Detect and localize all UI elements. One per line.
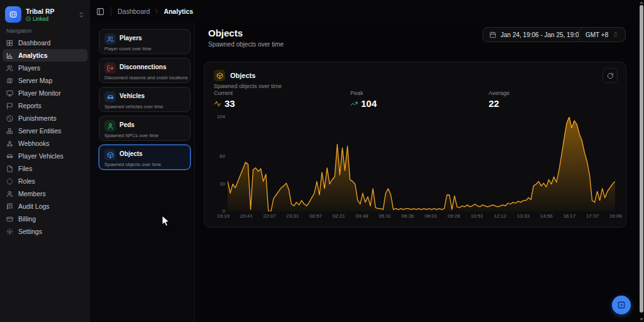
analytics-card-vehicles[interactable]: VehiclesSpawned vehicles over time bbox=[99, 87, 191, 112]
sidebar-item-server-map[interactable]: Server Map bbox=[3, 74, 87, 87]
stat-label: Current bbox=[214, 90, 235, 96]
x-tick-label: 00:57 bbox=[309, 213, 322, 219]
feedback-fab-button[interactable] bbox=[612, 296, 631, 314]
x-tick-label: 17:37 bbox=[586, 213, 599, 219]
x-tick-label: 16:17 bbox=[563, 213, 575, 219]
car-icon bbox=[6, 153, 13, 160]
nav-section-label: Navigation bbox=[6, 28, 31, 34]
chart-card-subtitle: Spawned objects over time bbox=[214, 83, 282, 89]
workspace-name: Tribal RP bbox=[26, 8, 78, 15]
card-description: Spawned vehicles over time bbox=[104, 104, 163, 109]
app-window: Tribal RP Linked Navigation DashboardAna… bbox=[0, 0, 644, 322]
sidebar-item-files[interactable]: Files bbox=[3, 162, 87, 175]
card-title: Vehicles bbox=[119, 92, 145, 99]
sidebar-item-settings[interactable]: Settings bbox=[3, 225, 87, 238]
workspace-status: Linked bbox=[26, 16, 78, 22]
chart-card-title: Objects bbox=[230, 72, 255, 79]
sidebar-item-label: Player Vehicles bbox=[18, 152, 64, 160]
sidebar-item-label: Files bbox=[18, 165, 32, 172]
objects-chart-card: Objects Spawned objects over time Curren… bbox=[204, 62, 626, 228]
card-description: Disconnect reasons and crash locations bbox=[104, 75, 188, 80]
stat-average: Average22 bbox=[489, 90, 509, 109]
refresh-button[interactable] bbox=[602, 68, 618, 83]
stat-value: 22 bbox=[489, 98, 499, 109]
sidebar-item-punishments[interactable]: Punishments bbox=[3, 112, 87, 125]
sidebar-item-members[interactable]: Members bbox=[3, 187, 87, 200]
workspace-switcher[interactable]: Tribal RP Linked bbox=[5, 5, 85, 24]
card-description: Spawned NPCs over time bbox=[104, 133, 158, 138]
workspace-logo-icon bbox=[5, 6, 21, 23]
x-tick-label: 22:07 bbox=[263, 213, 275, 219]
check-circle-icon bbox=[26, 16, 31, 21]
sidebar-item-label: Analytics bbox=[18, 52, 48, 59]
stat-label: Peak bbox=[350, 90, 377, 96]
chevron-right-icon bbox=[153, 8, 160, 14]
x-tick-label: 08:01 bbox=[425, 213, 437, 219]
sidebar-item-label: Members bbox=[18, 190, 46, 197]
settings-icon bbox=[6, 228, 13, 235]
breadcrumb-dashboard[interactable]: Dashboard bbox=[118, 8, 150, 15]
sidebar-item-label: Settings bbox=[18, 228, 42, 235]
sidebar: Tribal RP Linked Navigation DashboardAna… bbox=[0, 0, 90, 322]
sidebar-item-billing[interactable]: Billing bbox=[3, 213, 87, 225]
date-range-button[interactable]: Jan 24, 19:06 - Jan 25, 19:06 bbox=[482, 27, 589, 42]
x-axis-labels: 19:1920:4122:0723:3100:5702:2103:4805:11… bbox=[217, 213, 622, 219]
chevrons-up-down-icon[interactable] bbox=[78, 11, 85, 18]
chart-icon bbox=[6, 52, 13, 59]
sidebar-nav: DashboardAnalyticsPlayersServer MapPlaye… bbox=[0, 36, 90, 238]
stat-peak: Peak104 bbox=[350, 90, 377, 109]
analytics-card-peds[interactable]: PedsSpawned NPCs over time bbox=[99, 116, 191, 141]
sidebar-item-players[interactable]: Players bbox=[3, 62, 87, 74]
sidebar-item-server-entities[interactable]: Server Entities bbox=[3, 125, 87, 137]
x-tick-label: 03:48 bbox=[355, 213, 368, 219]
sidebar-item-label: Reports bbox=[18, 102, 42, 109]
sidebar-item-roles[interactable]: Roles bbox=[3, 175, 87, 187]
sidebar-item-player-vehicles[interactable]: Player Vehicles bbox=[3, 150, 87, 162]
grid-icon bbox=[6, 40, 13, 47]
topbar-divider bbox=[111, 7, 111, 16]
x-tick-label: 09:28 bbox=[448, 213, 460, 219]
page-scrollbar bbox=[639, 0, 644, 322]
person-icon bbox=[104, 120, 116, 131]
analytics-card-disconnections[interactable]: DisconnectionsDisconnect reasons and cra… bbox=[99, 58, 191, 83]
analytics-category-panel: PlayersPlayer count over timeDisconnecti… bbox=[90, 23, 195, 322]
sidebar-item-webhooks[interactable]: Webhooks bbox=[3, 137, 87, 150]
sidebar-item-label: Players bbox=[18, 64, 40, 72]
roles-icon bbox=[6, 178, 13, 185]
analytics-card-players[interactable]: PlayersPlayer count over time bbox=[99, 29, 191, 54]
ban-icon bbox=[6, 115, 13, 122]
card-description: Spawned objects over time bbox=[104, 162, 161, 167]
sidebar-item-label: Server Map bbox=[18, 77, 52, 84]
sidebar-item-audit-logs[interactable]: Audit Logs bbox=[3, 200, 87, 213]
feedback-icon bbox=[617, 301, 626, 309]
card-title: Players bbox=[119, 35, 142, 42]
webhook-icon bbox=[6, 140, 13, 147]
sidebar-item-label: Dashboard bbox=[18, 39, 50, 47]
page-title: Objects bbox=[208, 28, 243, 38]
sidebar-toggle-icon[interactable] bbox=[96, 8, 104, 16]
calendar-icon bbox=[489, 31, 496, 38]
scroll-down-arrow[interactable] bbox=[640, 318, 643, 321]
main-content: Objects Spawned objects over time Jan 24… bbox=[195, 23, 639, 322]
timezone-select[interactable]: GMT +8 bbox=[579, 27, 626, 42]
sidebar-item-reports[interactable]: Reports bbox=[3, 99, 87, 112]
card-title: Objects bbox=[119, 150, 143, 157]
logout-icon bbox=[104, 62, 116, 74]
stat-value: 104 bbox=[361, 98, 377, 109]
members-icon bbox=[6, 191, 13, 197]
monitor-icon bbox=[6, 90, 13, 97]
flag-icon bbox=[6, 103, 13, 109]
sidebar-item-dashboard[interactable]: Dashboard bbox=[3, 36, 87, 49]
scrollbar-thumb[interactable] bbox=[640, 5, 643, 313]
analytics-card-objects[interactable]: ObjectsSpawned objects over time bbox=[99, 145, 191, 170]
sidebar-item-player-monitor[interactable]: Player Monitor bbox=[3, 87, 87, 99]
sidebar-item-analytics[interactable]: Analytics bbox=[3, 49, 87, 62]
sidebar-item-label: Server Entities bbox=[18, 127, 61, 135]
x-tick-label: 05:11 bbox=[379, 213, 391, 219]
card-description: Player count over time bbox=[104, 46, 152, 52]
chevrons-up-down-icon bbox=[613, 31, 619, 38]
y-tick-label: 60 bbox=[209, 153, 225, 159]
card-title: Peds bbox=[119, 121, 135, 128]
scroll-up-arrow[interactable] bbox=[640, 1, 643, 4]
cube-icon bbox=[104, 149, 116, 160]
